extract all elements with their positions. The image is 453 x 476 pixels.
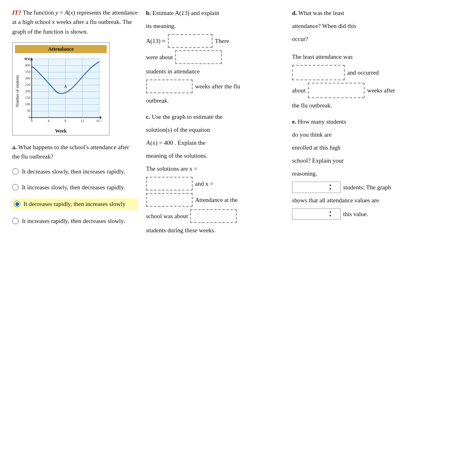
graph-svg: A(x) 450 400 350 300 250 200 150 100 50 … <box>20 55 101 126</box>
svg-text:200: 200 <box>25 89 31 93</box>
radio-circle-4[interactable] <box>12 218 19 224</box>
part-b-outbreak: outbreak. <box>146 96 284 105</box>
graph-xlabel: Week <box>15 128 107 134</box>
svg-text:4: 4 <box>47 119 49 123</box>
radio-circle-2[interactable] <box>12 184 19 191</box>
part-b-were-about: were about <box>146 53 173 62</box>
part-e-shows-line: shows that all attendance values are <box>292 195 426 205</box>
part-e-spinner1-line: ▲ ▼ students; The graph <box>292 182 426 193</box>
part-e-line4: reasoning. <box>292 169 426 178</box>
part-d-header: d. What was the least <box>292 8 426 18</box>
svg-text:0: 0 <box>29 115 31 119</box>
part-a-question-text: What happens to the school's attendance … <box>12 144 129 160</box>
part-d-about-line: about weeks after <box>292 83 426 98</box>
part-d-about-text: about <box>292 86 305 95</box>
part-c-solutions-label: The solutions are x = <box>146 164 284 174</box>
part-d-and-occurred: and occurred <box>347 68 379 77</box>
part-c-section: c. Use the graph to estimate the solutio… <box>146 112 284 235</box>
svg-text:8: 8 <box>64 119 67 123</box>
part-d-answer-box-1[interactable] <box>292 65 345 80</box>
part-b-were-about-line: were about <box>146 50 284 64</box>
part-b-section: b. Estimate A(13) and explain its meanin… <box>146 8 284 105</box>
part-e-spinner1-input[interactable] <box>294 184 328 191</box>
part-d-flu-line: the flu outbreak. <box>292 101 426 110</box>
part-d-answer-box-2[interactable] <box>308 83 365 98</box>
part-c-school-was-line: school was about <box>146 209 284 223</box>
graph-container: Attendance Number of students <box>12 42 109 135</box>
part-b-students-line: students in attendance <box>146 66 284 76</box>
col-right: d. What was the least attendance? When d… <box>292 8 426 242</box>
part-d-weeks-after: weeks after <box>367 86 395 95</box>
part-e-spinner2[interactable]: ▲ ▼ <box>292 208 341 220</box>
part-b-equation: A(13) ≈ <box>146 36 165 46</box>
svg-text:150: 150 <box>25 96 31 100</box>
part-e-spinner1[interactable]: ▲ ▼ <box>292 182 341 193</box>
part-c-solution-1-line: and x = <box>146 177 284 191</box>
question-intro: IT? The function y = A(x) represents the… <box>12 8 138 36</box>
part-e-section: e. How many students do you think are en… <box>292 117 426 220</box>
radio-label-3: It decreases rapidly, then increases slo… <box>24 199 125 209</box>
radio-label-2: It increases slowly, then decreases rapi… <box>22 183 125 192</box>
part-c-students-during: students during these weeks. <box>146 225 284 235</box>
page-layout: IT? The function y = A(x) represents the… <box>12 8 441 242</box>
radio-circle-1[interactable] <box>12 168 19 175</box>
part-c-and-x: and x = <box>195 179 213 189</box>
part-c-equation: A(x) = 400 . Explain the <box>146 138 284 148</box>
part-e-line3: school? Explain your <box>292 156 426 165</box>
part-c-meaning: meaning of the solutions. <box>146 151 284 161</box>
svg-text:300: 300 <box>25 76 31 80</box>
part-a-question: a. What happens to the school's attendan… <box>12 143 138 162</box>
part-c-solution-2-line: Attendance at the <box>146 193 284 207</box>
part-e-spinner1-arrows[interactable]: ▲ ▼ <box>328 183 332 191</box>
part-e-header: e. How many students <box>292 117 426 127</box>
svg-text:A: A <box>64 84 67 89</box>
part-e-spinner2-input[interactable] <box>294 211 328 217</box>
y-axis-label: Number of students <box>15 55 19 127</box>
svg-text:50: 50 <box>27 109 31 113</box>
graph-area: Number of students <box>15 55 107 127</box>
svg-text:100: 100 <box>25 102 31 106</box>
part-e-line2: enrolled at this high <box>292 143 426 152</box>
part-c-answer-box-3[interactable] <box>190 209 237 223</box>
part-d-line2: occur? <box>292 34 426 44</box>
svg-text:12: 12 <box>81 119 84 123</box>
svg-text:350: 350 <box>25 70 31 74</box>
part-c-attendance-at: Attendance at the <box>195 195 238 205</box>
part-b-weeks-line: weeks after the flu <box>146 79 284 93</box>
col-mid: b. Estimate A(13) and explain its meanin… <box>146 8 284 242</box>
part-e-spinner2-line: ▲ ▼ this value. <box>292 208 426 220</box>
part-e-line1: do you think are <box>292 130 426 139</box>
part-b-answer-box-1[interactable] <box>168 34 213 48</box>
part-e-spinner2-arrows[interactable]: ▲ ▼ <box>328 210 332 218</box>
radio-circle-3[interactable] <box>14 201 20 207</box>
part-b-its-meaning: its meaning. <box>146 21 284 31</box>
radio-option-2[interactable]: It increases slowly, then decreases rapi… <box>12 183 138 192</box>
part-c-answer-box-1[interactable] <box>146 177 193 191</box>
radio-option-3[interactable]: It decreases rapidly, then increases slo… <box>12 198 138 210</box>
part-b-there: There <box>215 36 229 46</box>
part-b-header: b. Estimate A(13) and explain <box>146 8 284 18</box>
part-c-header: c. Use the graph to estimate the <box>146 112 284 122</box>
part-a-label: a. <box>12 144 17 150</box>
part-c-answer-box-2[interactable] <box>146 193 193 207</box>
part-e-this-value: this value. <box>343 210 368 219</box>
col-left: IT? The function y = A(x) represents the… <box>12 8 138 242</box>
part-d-least-line: The least attendance was <box>292 52 426 62</box>
part-b-weeks-text: weeks after the flu <box>195 82 240 91</box>
part-d-line1: attendance? When did this <box>292 21 426 31</box>
graph-title: Attendance <box>15 45 107 53</box>
radio-label-1: It decreases slowly, then increases rapi… <box>22 167 125 176</box>
radio-label-4: It increases rapidly, then decreases slo… <box>22 217 125 226</box>
part-b-equation-line: A(13) ≈ There <box>146 34 284 48</box>
part-b-answer-box-2[interactable] <box>175 50 222 64</box>
radio-option-1[interactable]: It decreases slowly, then increases rapi… <box>12 167 138 176</box>
part-d-section: d. What was the least attendance? When d… <box>292 8 426 110</box>
graph-svg-wrap: A(x) 450 400 350 300 250 200 150 100 50 … <box>20 55 107 127</box>
svg-text:250: 250 <box>25 83 31 87</box>
svg-text:400: 400 <box>25 63 31 67</box>
radio-option-4[interactable]: It increases rapidly, then decreases slo… <box>12 217 138 226</box>
it-label: IT? <box>12 9 21 16</box>
svg-text:0: 0 <box>31 119 33 123</box>
part-b-answer-box-3[interactable] <box>146 79 193 93</box>
svg-text:450: 450 <box>25 57 31 61</box>
